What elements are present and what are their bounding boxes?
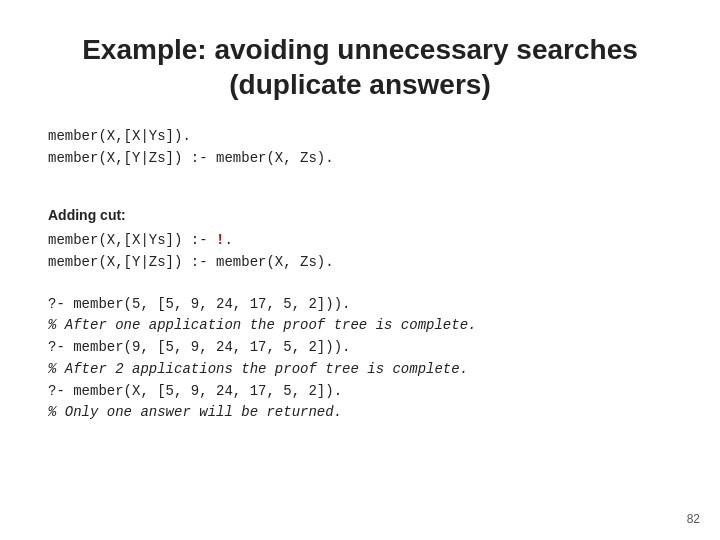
- code-line-2-1: member(X,[X|Ys]) :- !.: [48, 230, 672, 252]
- page-number: 82: [687, 512, 700, 526]
- slide-title: Example: avoiding unnecessary searches (…: [48, 32, 672, 102]
- slide: Example: avoiding unnecessary searches (…: [0, 0, 720, 540]
- comment-line-2: % After 2 applications the proof tree is…: [48, 359, 672, 381]
- query-line-3: ?- member(X, [5, 9, 24, 17, 5, 2]).: [48, 381, 672, 403]
- code-line-2-1-pre: member(X,[X|Ys]) :-: [48, 232, 216, 248]
- code-line-2-1-post: .: [224, 232, 232, 248]
- comment-line-1: % After one application the proof tree i…: [48, 315, 672, 337]
- code-line-1-2: member(X,[Y|Zs]) :- member(X, Zs).: [48, 148, 672, 170]
- adding-cut-label: Adding cut:: [48, 205, 672, 226]
- title-line2: (duplicate answers): [229, 69, 490, 100]
- code-section-3: ?- member(5, [5, 9, 24, 17, 5, 2])). % A…: [48, 294, 672, 424]
- code-line-1-1: member(X,[X|Ys]).: [48, 126, 672, 148]
- comment-line-3: % Only one answer will be returned.: [48, 402, 672, 424]
- title-line1: Example: avoiding unnecessary searches: [82, 34, 638, 65]
- query-line-2: ?- member(9, [5, 9, 24, 17, 5, 2])).: [48, 337, 672, 359]
- code-section-2: member(X,[X|Ys]) :- !. member(X,[Y|Zs]) …: [48, 230, 672, 273]
- code-line-2-2: member(X,[Y|Zs]) :- member(X, Zs).: [48, 252, 672, 274]
- query-line-1: ?- member(5, [5, 9, 24, 17, 5, 2])).: [48, 294, 672, 316]
- code-section-1: member(X,[X|Ys]). member(X,[Y|Zs]) :- me…: [48, 126, 672, 169]
